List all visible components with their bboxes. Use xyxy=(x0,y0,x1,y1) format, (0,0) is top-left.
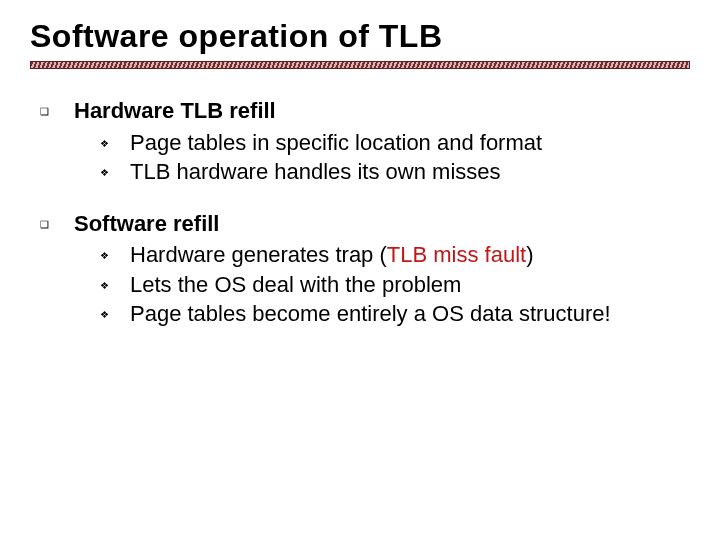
text-prefix: Hardware generates trap ( xyxy=(130,242,387,267)
square-bullet-icon: ❑ xyxy=(40,210,74,238)
text-suffix: ) xyxy=(526,242,533,267)
list-item: ❖ Hardware generates trap (TLB miss faul… xyxy=(100,241,690,269)
list-item: ❖ Page tables become entirely a OS data … xyxy=(100,300,690,328)
section-heading-text: Software refill xyxy=(74,210,219,238)
slide-content: ❑ Hardware TLB refill ❖ Page tables in s… xyxy=(30,97,690,328)
list-item-text: Hardware generates trap (TLB miss fault) xyxy=(130,241,534,269)
section-heading: ❑ Software refill xyxy=(40,210,690,238)
diamond-bullet-icon: ❖ xyxy=(100,241,130,269)
list-item-text: Page tables become entirely a OS data st… xyxy=(130,300,611,328)
list-item-text: Lets the OS deal with the problem xyxy=(130,271,461,299)
section-heading: ❑ Hardware TLB refill xyxy=(40,97,690,125)
slide: Software operation of TLB ❑ Hardware TLB… xyxy=(0,0,720,540)
title-divider xyxy=(30,61,690,69)
diamond-bullet-icon: ❖ xyxy=(100,158,130,186)
section-heading-text: Hardware TLB refill xyxy=(74,97,276,125)
diamond-bullet-icon: ❖ xyxy=(100,300,130,328)
list-item-text: Page tables in specific location and for… xyxy=(130,129,542,157)
list-item-text: TLB hardware handles its own misses xyxy=(130,158,501,186)
list-item: ❖ Lets the OS deal with the problem xyxy=(100,271,690,299)
accent-text: TLB miss fault xyxy=(387,242,526,267)
slide-title: Software operation of TLB xyxy=(30,18,690,55)
diamond-bullet-icon: ❖ xyxy=(100,129,130,157)
list-item: ❖ TLB hardware handles its own misses xyxy=(100,158,690,186)
list-item: ❖ Page tables in specific location and f… xyxy=(100,129,690,157)
diamond-bullet-icon: ❖ xyxy=(100,271,130,299)
square-bullet-icon: ❑ xyxy=(40,97,74,125)
